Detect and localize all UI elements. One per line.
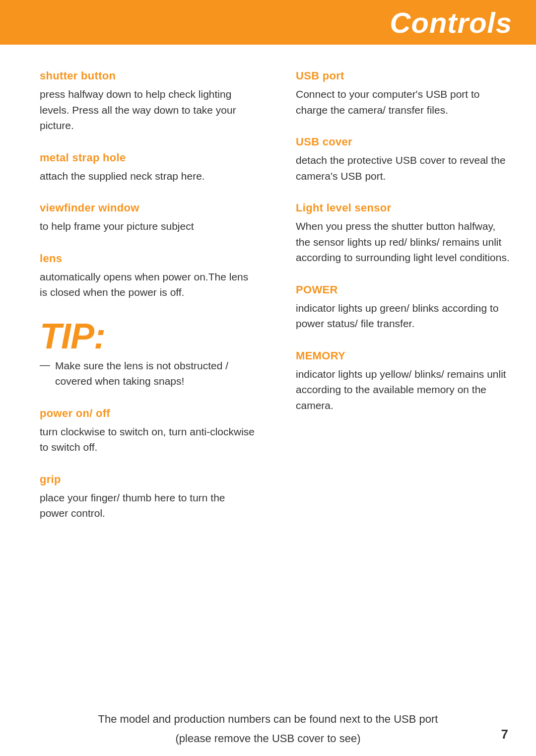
- footer-line1: The model and production numbers can be …: [98, 711, 438, 727]
- item-title-metal-strap-hole: metal strap hole: [40, 151, 256, 164]
- item-usb-port: USB port Connect to your computer's USB …: [296, 69, 512, 118]
- item-title-power: POWER: [296, 283, 512, 296]
- item-title-light-level-sensor: Light level sensor: [296, 202, 512, 214]
- page-number: 7: [501, 727, 508, 742]
- item-lens: lens automatically opens when power on.T…: [40, 252, 256, 300]
- tip-text: Make sure the lens is not obstructed / c…: [55, 358, 256, 389]
- item-desc-grip: place your finger/ thumb here to turn th…: [40, 490, 256, 521]
- item-desc-viewfinder-window: to help frame your picture subject: [40, 218, 256, 234]
- item-title-power-on-off: power on/ off: [40, 407, 256, 420]
- item-desc-usb-port: Connect to your computer's USB port to c…: [296, 86, 512, 118]
- item-title-memory: MEMORY: [296, 349, 512, 362]
- item-desc-power-on-off: turn clockwise to switch on, turn anti-c…: [40, 424, 256, 455]
- item-grip: grip place your finger/ thumb here to tu…: [40, 473, 256, 521]
- tip-dash: —: [40, 359, 50, 371]
- item-desc-lens: automatically opens when power on.The le…: [40, 269, 256, 300]
- item-desc-power: indicator lights up green/ blinks accord…: [296, 300, 512, 332]
- footer-bar: The model and production numbers can be …: [0, 701, 536, 756]
- footer-line2: (please remove the USB cover to see): [176, 730, 361, 747]
- header-bar: Controls: [0, 0, 536, 45]
- item-desc-shutter-button: press halfway down to help check lightin…: [40, 86, 256, 134]
- item-shutter-button: shutter button press halfway down to hel…: [40, 69, 256, 134]
- item-viewfinder-window: viewfinder window to help frame your pic…: [40, 202, 256, 234]
- item-power-on-off: power on/ off turn clockwise to switch o…: [40, 407, 256, 455]
- item-desc-memory: indicator lights up yellow/ blinks/ rema…: [296, 366, 512, 413]
- item-title-usb-cover: USB cover: [296, 136, 512, 148]
- item-metal-strap-hole: metal strap hole attach the supplied nec…: [40, 151, 256, 184]
- tip-content: — Make sure the lens is not obstructed /…: [40, 358, 256, 389]
- item-memory: MEMORY indicator lights up yellow/ blink…: [296, 349, 512, 413]
- item-title-viewfinder-window: viewfinder window: [40, 202, 256, 214]
- item-desc-light-level-sensor: When you press the shutter button halfwa…: [296, 218, 512, 266]
- item-usb-cover: USB cover detach the protective USB cove…: [296, 136, 512, 184]
- item-desc-usb-cover: detach the protective USB cover to revea…: [296, 152, 512, 184]
- right-column: USB port Connect to your computer's USB …: [286, 69, 512, 539]
- item-power: POWER indicator lights up green/ blinks …: [296, 283, 512, 332]
- item-title-shutter-button: shutter button: [40, 69, 256, 82]
- content-area: shutter button press halfway down to hel…: [0, 45, 536, 559]
- item-title-lens: lens: [40, 252, 256, 265]
- item-title-grip: grip: [40, 473, 256, 486]
- item-light-level-sensor: Light level sensor When you press the sh…: [296, 202, 512, 266]
- tip-section: TIP: — Make sure the lens is not obstruc…: [40, 318, 256, 389]
- item-desc-metal-strap-hole: attach the supplied neck strap here.: [40, 168, 256, 184]
- item-title-usb-port: USB port: [296, 69, 512, 82]
- left-column: shutter button press halfway down to hel…: [40, 69, 266, 539]
- tip-title: TIP:: [40, 318, 256, 354]
- page-title: Controls: [390, 6, 512, 39]
